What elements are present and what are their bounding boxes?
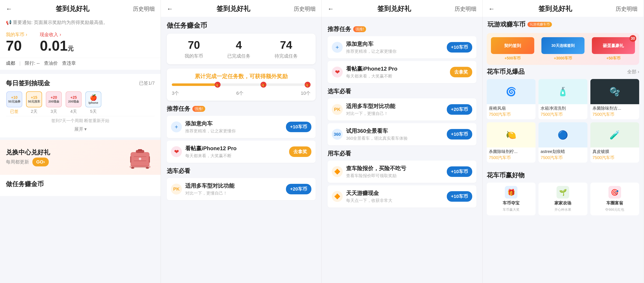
product-name-5: astree划痕蜡 xyxy=(538,147,587,155)
go-btn-1[interactable]: GO› xyxy=(32,158,49,166)
earn-name-3: 车圈富翁 xyxy=(606,200,623,206)
exchange-section-title-4: 花车币兑爆品 全部 › xyxy=(487,67,639,76)
earn-item-1[interactable]: 🎁 车币夺宝 车币赢大奖 xyxy=(487,183,536,215)
history-link-3[interactable]: 历史明细 xyxy=(454,5,476,12)
earn-sub-3: 夺666元红包 xyxy=(605,208,624,212)
expand-btn[interactable]: 展开 ▾ xyxy=(6,126,155,132)
earn-icon-1: 🎁 xyxy=(505,186,518,199)
progress-bar-wrap: 🎁 🎁 🎁 xyxy=(172,83,310,86)
task-iphone-3[interactable]: ❤ 看帖赢iPhone12 Pro 每天都来看，大奖赢不断 去拿奖 xyxy=(328,61,476,83)
task-text-add-2: 添加意向车 推荐更精准，让之家更懂你 xyxy=(185,120,282,134)
history-link-2[interactable]: 历史明细 xyxy=(294,5,316,12)
back-button-2[interactable]: ← xyxy=(167,5,173,12)
task-text-compare-3: 适用多车型对比功能 对比一下，更懂自己！ xyxy=(346,102,444,116)
earn-icon-3: 🎯 xyxy=(608,186,621,199)
game-img-3: 砸蛋赢豪礼 xyxy=(592,37,635,54)
query-code-btn[interactable]: 查违章 xyxy=(62,60,76,66)
product-3[interactable]: 🫧 杀菌除味剂古... 7500汽车币 xyxy=(590,79,639,119)
product-price-3: 7500汽车币 xyxy=(590,112,639,117)
game-item-1[interactable]: 契约签到 +500车币 xyxy=(491,37,534,61)
page-title-4: 签到兑好礼 xyxy=(538,4,572,13)
task-btn-360-3[interactable]: +10车币 xyxy=(447,129,472,140)
task-icon-daily-3: 🔶 xyxy=(332,191,343,202)
task-btn-compare-2[interactable]: +20车币 xyxy=(286,184,312,194)
page-title-2: 签到兑好礼 xyxy=(216,4,250,13)
back-button-3[interactable]: ← xyxy=(328,5,334,12)
page-title-1: 签到兑好礼 xyxy=(56,4,89,13)
earn-item-3[interactable]: 🎯 车圈富翁 夺666元红包 xyxy=(590,183,639,215)
exchange-all-4[interactable]: 全部 › xyxy=(627,69,639,75)
coins-label[interactable]: 我的车币 › xyxy=(6,31,27,38)
progress-bar-fill xyxy=(172,83,218,86)
game-item-2[interactable]: 30天连续签到 +3000车币 xyxy=(542,37,585,61)
task-compare-2[interactable]: PK 适用多车型对比功能 对比一下，更懂自己！ +20车币 xyxy=(167,178,316,200)
product-name-4: 杀菌除味剂柠... xyxy=(487,147,536,155)
tasks-title-1: 做任务赚金币 xyxy=(6,180,155,188)
product-price-1: 7500汽车币 xyxy=(487,112,536,117)
panel-4: ← 签到兑好礼 历史明细 玩游戏赚车币 玩游戏赚车币 契约签到 +500车币 xyxy=(482,0,643,283)
task-iphone-2[interactable]: ❤ 看帖赢iPhone12 Pro 每天都来看，大奖赢不断 去拿奖 xyxy=(167,141,316,163)
product-img-6: 🧪 xyxy=(590,122,639,147)
query-price-btn[interactable]: 查油价 xyxy=(44,60,58,66)
game-img-2: 30天连续签到 xyxy=(542,37,585,54)
back-button-4[interactable]: ← xyxy=(488,5,495,12)
header-2: ← 签到兑好礼 历史明细 xyxy=(161,0,322,17)
product-1[interactable]: 🌀 座椅风扇 7500汽车币 xyxy=(487,79,536,119)
earn-item-2[interactable]: 🌱 家家农场 开心种水果 xyxy=(538,183,587,215)
task-btn-iphone-2[interactable]: 去拿奖 xyxy=(289,146,312,157)
task-btn-add-2[interactable]: +10车币 xyxy=(286,122,312,132)
task-text-add-3: 添加意向车 推荐更精准，让之家更懂你 xyxy=(346,40,444,54)
p2-body: 做任务赚金币 70 我的车币 4 已完成任务 74 待完成任务 累计完成一定任务… xyxy=(161,17,322,207)
task-compare-3[interactable]: PK 适用多车型对比功能 对比一下，更懂自己！ +20车币 xyxy=(328,98,476,121)
game-img-1: 契约签到 xyxy=(491,37,534,54)
product-2[interactable]: 🧴 水箱净清洗剂 7500汽车币 xyxy=(538,79,587,119)
recommend-badge-3: 强推! xyxy=(353,26,366,32)
cash-block: 现金收入 › 0.01元 xyxy=(40,31,74,53)
task-btn-iphone-3[interactable]: 去拿奖 xyxy=(450,67,472,77)
day-box-4: +25 200现金 xyxy=(66,91,82,107)
task-add-car-3[interactable]: + 添加意向车 推荐更精准，让之家更懂你 +10车币 xyxy=(328,36,476,58)
task-text-insurance-3: 查车险报价，买险不吃亏 查看车险报价即可领取奖励 xyxy=(346,165,444,179)
city-label: 成都 xyxy=(6,60,15,66)
product-5[interactable]: 🔵 astree划痕蜡 7500汽车币 xyxy=(538,122,587,163)
task-daily-3[interactable]: 🔶 天天游赚现金 每天点一下，收获非常大 +10车币 xyxy=(328,185,476,208)
marker-1: 🎁 xyxy=(215,82,220,88)
day-5[interactable]: 🍎 Iphone 5天 xyxy=(85,91,102,114)
exchange-section-4: 花车币兑爆品 全部 › 🌀 座椅风扇 7500汽车币 🧴 水箱净清洗剂 7500… xyxy=(482,67,643,171)
product-img-5: 🔵 xyxy=(538,122,587,147)
product-grid-4: 🌀 座椅风扇 7500汽车币 🧴 水箱净清洗剂 7500汽车币 🫧 杀菌除味剂古… xyxy=(487,79,639,163)
game-item-3[interactable]: 砸蛋赢豪礼 30 +50车币 xyxy=(592,37,635,61)
history-link-4[interactable]: 历史明细 xyxy=(616,5,638,12)
day-1[interactable]: +10 50元油券 已签 xyxy=(6,91,23,114)
task-add-car-2[interactable]: + 添加意向车 推荐更精准，让之家更懂你 +10车币 xyxy=(167,116,316,138)
product-name-6: 真皮镀膜 xyxy=(590,147,639,155)
cash-value: 0.01元 xyxy=(40,38,74,53)
task-text-360-3: 试用360全景看车 360全景看车，堪比真实看车体验 xyxy=(346,127,444,141)
day-2[interactable]: +15 50元洗车 2天 xyxy=(26,91,42,114)
task-btn-insurance-3[interactable]: +10车币 xyxy=(447,166,472,177)
coin-area-1: 我的车币 › 70 现金收入 › 0.01元 xyxy=(0,28,161,58)
svg-rect-2 xyxy=(138,149,142,151)
coins-block: 我的车币 › 70 xyxy=(6,31,27,53)
earn-icon-2: 🌱 xyxy=(556,186,569,199)
task-360-3[interactable]: 360 试用360全景看车 360全景看车，堪比真实看车体验 +10车币 xyxy=(328,123,476,145)
history-link-1[interactable]: 历史明细 xyxy=(133,5,155,12)
task-insurance-3[interactable]: 🔶 查车险报价，买险不吃亏 查看车险报价即可领取奖励 +10车币 xyxy=(328,161,476,183)
product-price-5: 7500汽车币 xyxy=(538,155,587,161)
cash-label[interactable]: 现金收入 › xyxy=(40,31,74,38)
task-btn-add-3[interactable]: +10车币 xyxy=(447,42,472,52)
product-4[interactable]: 🍋 杀菌除味剂柠... 7500汽车币 xyxy=(487,122,536,163)
progress-card: 累计完成一定任务数，可获得额外奖励 🎁 🎁 🎁 3个 xyxy=(167,68,316,101)
luggage-image xyxy=(125,146,155,169)
location-bar-1: 成都 | 限行: -- 查油价 查违章 xyxy=(0,58,161,71)
day-4[interactable]: +25 200现金 4天 xyxy=(65,91,82,114)
game-badge-num: 30 xyxy=(630,35,636,42)
task-btn-daily-3[interactable]: +10车币 xyxy=(447,191,472,202)
car-select-tag-2: 选车必看 xyxy=(167,167,190,175)
checkin-section: 每日签到抽现金 已签1/7 +10 50元油券 已签 +15 50元洗车 2天 xyxy=(0,74,161,137)
product-6[interactable]: 🧪 真皮镀膜 7500汽车币 xyxy=(590,122,639,163)
back-button-1[interactable]: ← xyxy=(6,5,12,12)
day-3[interactable]: +20 200现金 3天 xyxy=(46,91,62,114)
task-btn-compare-3[interactable]: +20车币 xyxy=(447,104,472,115)
product-img-1: 🌀 xyxy=(487,79,536,104)
